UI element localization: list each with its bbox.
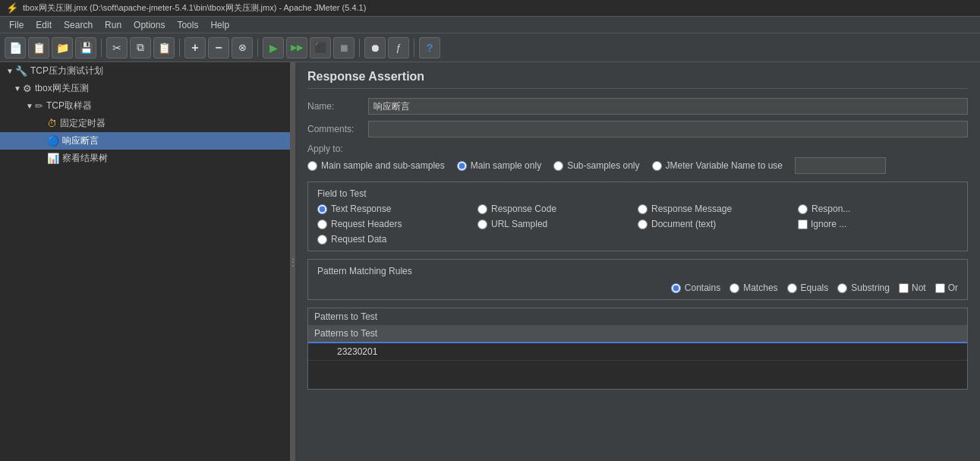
apply-main-only-label: Main sample only [471, 160, 541, 171]
field-ignore-x[interactable]: Ignore ... [798, 219, 958, 229]
menu-search[interactable]: Search [58, 18, 99, 32]
field-req-data[interactable]: Request Data [317, 234, 477, 245]
field-to-test-box: Field to Test Text Response Response Cod… [307, 182, 968, 251]
toolbar-function-helper[interactable]: ƒ [388, 37, 409, 58]
tree-toggle-sampler[interactable]: ▼ [24, 102, 35, 110]
field-resp-x-label: Respon... [811, 204, 850, 214]
toolbar-start-no-pause[interactable]: ▶▶ [286, 37, 307, 58]
menu-bar: File Edit Search Run Options Tools Help [0, 17, 980, 33]
field-resp-code[interactable]: Response Code [477, 204, 638, 214]
toolbar-sep1 [101, 39, 102, 57]
toolbar-sep4 [359, 39, 360, 57]
toolbar-stop[interactable]: ⬛ [310, 37, 331, 58]
rule-equals-label: Equals [801, 283, 829, 293]
comments-row: Comments: [307, 121, 968, 137]
main-area: ▼ 🔧 TCP压力测试计划 ▼ ⚙ tbox网关压测 ▼ ✏ TCP取样器 ▸ … [0, 62, 980, 461]
tree-item-sampler[interactable]: ▼ ✏ TCP取样器 [0, 97, 290, 115]
tree-toggle-tbox[interactable]: ▼ [12, 84, 23, 93]
field-req-headers-label: Request Headers [331, 219, 402, 229]
toolbar-paste[interactable]: 📋 [153, 37, 175, 58]
rule-or-label: Or [948, 283, 958, 293]
rule-or[interactable]: Or [935, 283, 958, 293]
tree-item-tbox[interactable]: ▼ ⚙ tbox网关压测 [0, 80, 290, 97]
toolbar-copy[interactable]: ⧉ [130, 37, 151, 58]
tree-label-plan: TCP压力测试计划 [30, 65, 103, 77]
field-resp-msg[interactable]: Response Message [638, 204, 798, 214]
pattern-row-value: 23230201 [337, 346, 377, 357]
menu-options[interactable]: Options [128, 18, 171, 32]
toolbar-shutdown[interactable]: ⏹ [333, 37, 355, 58]
rule-substring[interactable]: Substring [837, 283, 890, 293]
patterns-table-header: Patterns to Test [308, 325, 967, 343]
toolbar-recording[interactable]: ⏺ [364, 37, 386, 58]
apply-jmeter-var-label: JMeter Variable Name to use [666, 160, 783, 171]
rule-matches-label: Matches [743, 283, 777, 293]
rule-matches[interactable]: Matches [729, 283, 777, 293]
toolbar-remove[interactable]: − [208, 37, 229, 58]
field-to-test-title: Field to Test [317, 188, 958, 199]
rule-equals[interactable]: Equals [787, 283, 829, 293]
field-resp-x[interactable]: Respon... [798, 204, 958, 214]
apply-sub-only-label: Sub-samples only [567, 160, 639, 171]
apply-jmeter-var[interactable]: JMeter Variable Name to use [652, 160, 783, 171]
field-document[interactable]: Document (text) [638, 219, 798, 229]
field-text-resp[interactable]: Text Response [317, 204, 477, 214]
menu-tools[interactable]: Tools [171, 18, 204, 32]
apply-to-label-row: Apply to: [307, 144, 968, 154]
toolbar-templates[interactable]: 📋 [28, 37, 49, 58]
tree-icon-sampler: ✏ [35, 100, 43, 112]
field-req-headers[interactable]: Request Headers [317, 219, 477, 229]
rule-contains-label: Contains [685, 283, 720, 293]
rule-not[interactable]: Not [899, 283, 926, 293]
comments-input[interactable] [368, 121, 968, 137]
pattern-matching-box: Pattern Matching Rules Contains Matches … [307, 259, 968, 300]
tree-item-timer[interactable]: ▸ ⏱ 固定定时器 [0, 115, 290, 132]
tree-item-assertion[interactable]: ▸ 🔵 响应断言 [0, 132, 290, 150]
toolbar-new[interactable]: 📄 [5, 37, 26, 58]
tree-icon-plan: 🔧 [15, 65, 27, 77]
toolbar-clear[interactable]: ⊗ [232, 37, 253, 58]
pattern-row: 23230201 [308, 343, 967, 361]
apply-sub-only[interactable]: Sub-samples only [553, 160, 639, 171]
name-row: Name: [307, 98, 968, 115]
apply-to-row: Main sample and sub-samples Main sample … [307, 157, 968, 174]
name-input[interactable] [368, 98, 968, 115]
title-icon: ⚡ [6, 2, 18, 14]
menu-help[interactable]: Help [204, 18, 235, 32]
rule-contains[interactable]: Contains [671, 283, 720, 293]
tree-label-assertion: 响应断言 [62, 134, 99, 147]
toolbar-help[interactable]: ? [419, 37, 440, 58]
field-req-data-label: Request Data [331, 234, 386, 245]
tree-item-plan[interactable]: ▼ 🔧 TCP压力测试计划 [0, 62, 290, 80]
menu-file[interactable]: File [3, 18, 30, 32]
toolbar-open[interactable]: 📁 [52, 37, 73, 58]
title-bar: ⚡ tbox网关压测.jmx (D:\soft\apache-jmeter-5.… [0, 0, 980, 17]
pattern-rules-row: Contains Matches Equals Substring Not [317, 283, 958, 293]
toolbar-save[interactable]: 💾 [75, 37, 96, 58]
patterns-table-body: 23230201 [308, 343, 967, 389]
menu-edit[interactable]: Edit [30, 18, 58, 32]
toolbar-add[interactable]: + [184, 37, 206, 58]
jmeter-var-input[interactable] [795, 157, 886, 174]
tree-label-tbox: tbox网关压测 [35, 82, 89, 95]
panel-title: Response Assertion [307, 70, 968, 89]
menu-run[interactable]: Run [99, 18, 128, 32]
toolbar-start[interactable]: ▶ [263, 37, 284, 58]
patterns-to-test-title: Patterns to Test [308, 308, 967, 325]
field-text-resp-label: Text Response [331, 204, 391, 214]
toolbar-sep2 [179, 39, 180, 57]
pattern-matching-title: Pattern Matching Rules [317, 266, 958, 276]
field-document-label: Document (text) [651, 219, 716, 229]
toolbar: 📄 📋 📁 💾 ✂ ⧉ 📋 + − ⊗ ▶ ▶▶ ⬛ ⏹ ⏺ ƒ ? [0, 33, 980, 62]
tree-icon-result: 📊 [47, 153, 59, 164]
apply-main-sub[interactable]: Main sample and sub-samples [307, 160, 445, 171]
tree-toggle-plan[interactable]: ▼ [5, 67, 15, 75]
tree-item-result[interactable]: ▸ 📊 察看结果树 [0, 150, 290, 167]
field-url-sampled[interactable]: URL Sampled [477, 219, 638, 229]
apply-main-only[interactable]: Main sample only [457, 160, 541, 171]
field-url-sampled-label: URL Sampled [491, 219, 547, 229]
toolbar-cut[interactable]: ✂ [106, 37, 128, 58]
tree-label-sampler: TCP取样器 [46, 99, 92, 112]
patterns-to-test-box: Patterns to Test Patterns to Test 232302… [307, 308, 968, 390]
tree-label-timer: 固定定时器 [60, 117, 106, 130]
